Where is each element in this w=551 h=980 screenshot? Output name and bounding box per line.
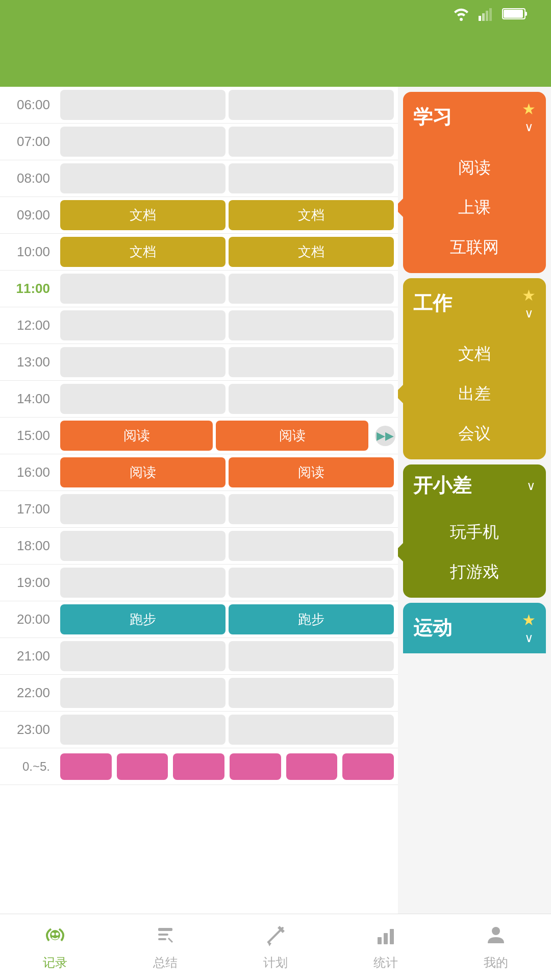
time-slot-col2[interactable] [229, 384, 394, 414]
time-slot-col1[interactable] [60, 127, 226, 157]
time-row: 10:00文档文档 [0, 234, 398, 271]
category-item[interactable]: 打游戏 [407, 553, 542, 592]
nav-item-summary[interactable]: 总结 [110, 924, 220, 971]
svg-rect-12 [158, 938, 166, 940]
time-slot-col2[interactable] [229, 127, 394, 157]
category-item[interactable]: 阅读 [407, 149, 542, 187]
nav-item-mine[interactable]: 我的 [441, 924, 551, 971]
time-slot-col2[interactable]: 文档 [229, 200, 394, 230]
time-slot-col2[interactable]: 阅读 [216, 421, 368, 451]
dots-row: 0.~5. [0, 748, 398, 785]
time-slot-col1[interactable] [60, 310, 226, 340]
time-slot-col1[interactable] [60, 715, 226, 745]
time-row: 06:00 [0, 87, 398, 124]
star-icon: ★ [522, 611, 536, 629]
category-item[interactable]: 上课 [407, 188, 542, 227]
time-label: 20:00 [0, 601, 56, 638]
time-slot-col2[interactable] [229, 678, 394, 708]
category-body-slack: 玩手机打游戏 [403, 507, 546, 598]
time-row: 20:00跑步跑步 [0, 601, 398, 638]
time-slot-col1[interactable] [60, 274, 226, 304]
svg-rect-10 [158, 928, 172, 931]
category-item[interactable]: 会议 [407, 414, 542, 453]
nav-item-stats[interactable]: 统计 [331, 924, 441, 971]
time-slot-col2[interactable] [229, 90, 394, 120]
time-slot-col1[interactable]: 文档 [60, 237, 226, 267]
time-label: 18:00 [0, 528, 56, 564]
time-slot-col1[interactable]: 跑步 [60, 604, 226, 634]
nav-icon-mine [485, 924, 507, 951]
status-bar [0, 0, 551, 31]
time-slot-col2[interactable] [229, 641, 394, 671]
category-item[interactable]: 互联网 [407, 228, 542, 267]
category-item[interactable]: 玩手机 [407, 513, 542, 552]
time-slots [56, 381, 398, 417]
time-slot-col2[interactable]: 文档 [229, 237, 394, 267]
category-icons: ∨ [527, 479, 536, 493]
svg-rect-2 [486, 11, 488, 21]
dot-block[interactable] [60, 753, 112, 780]
nav-icon-plan [264, 924, 287, 951]
category-item[interactable]: 文档 [407, 335, 542, 374]
nav-item-record[interactable]: 记录 [0, 924, 110, 971]
time-slot-col2[interactable]: 阅读 [229, 457, 394, 487]
time-row: 11:00 [0, 271, 398, 307]
time-slot-col1[interactable] [60, 90, 226, 120]
nav-label-stats: 统计 [373, 954, 398, 971]
time-slots [56, 124, 398, 160]
category-header-sport[interactable]: 运动★∨ [403, 603, 546, 653]
svg-point-8 [52, 933, 55, 936]
time-slot-col1[interactable]: 文档 [60, 200, 226, 230]
category-title: 学习 [413, 104, 452, 130]
time-slot-col1[interactable] [60, 347, 226, 377]
time-slot-col2[interactable] [229, 310, 394, 340]
time-slot-col1[interactable] [60, 641, 226, 671]
time-slot-col2[interactable] [229, 347, 394, 377]
time-slot-col1[interactable]: 阅读 [60, 457, 226, 487]
time-slot-col1[interactable] [60, 678, 226, 708]
time-slot-col2[interactable] [229, 568, 394, 598]
time-slot-col1[interactable] [60, 384, 226, 414]
time-slot-col2[interactable] [229, 274, 394, 304]
dot-block[interactable] [342, 753, 394, 780]
chevron-down-icon: ∨ [524, 306, 534, 321]
category-body-study: 阅读上课互联网 [403, 142, 546, 273]
category-card-sport: 运动★∨ [403, 603, 546, 653]
time-slot-col1[interactable] [60, 494, 226, 524]
dot-block[interactable] [230, 753, 281, 780]
star-icon: ★ [522, 100, 536, 118]
category-item[interactable]: 出差 [407, 375, 542, 413]
time-label: 11:00 [0, 271, 56, 307]
time-slot-col2[interactable] [229, 531, 394, 561]
right-panel: 学习★∨阅读上课互联网工作★∨文档出差会议开小差∨玩手机打游戏运动★∨ [398, 87, 551, 914]
chevron-down-icon: ∨ [524, 120, 534, 134]
time-slots [56, 307, 398, 344]
category-header-study[interactable]: 学习★∨ [403, 92, 546, 142]
category-header-slack[interactable]: 开小差∨ [403, 464, 546, 507]
time-label: 08:00 [0, 160, 56, 197]
time-slots [56, 528, 398, 564]
time-slot-col1[interactable]: 阅读 [60, 421, 213, 451]
time-slot-col2[interactable] [229, 163, 394, 193]
time-slot-col2[interactable] [229, 494, 394, 524]
time-row: 17:00 [0, 491, 398, 528]
category-header-work[interactable]: 工作★∨ [403, 278, 546, 329]
svg-rect-3 [489, 8, 492, 21]
nav-item-plan[interactable]: 计划 [220, 924, 331, 971]
time-slots [56, 344, 398, 380]
dot-block[interactable] [286, 753, 338, 780]
time-slot-col2[interactable]: 跑步 [229, 604, 394, 634]
dot-block[interactable] [117, 753, 168, 780]
expand-button[interactable]: ▶▶ [372, 418, 398, 454]
dot-block[interactable] [173, 753, 224, 780]
time-slot-col2[interactable] [229, 715, 394, 745]
time-row: 19:00 [0, 565, 398, 601]
time-slot-col1[interactable] [60, 568, 226, 598]
time-slot-col1[interactable] [60, 163, 226, 193]
time-row: 09:00文档文档 [0, 197, 398, 234]
dots-label: 0.~5. [0, 760, 56, 774]
time-slots: 文档文档 [56, 197, 398, 233]
category-icons: ★∨ [522, 611, 536, 645]
time-slot-col1[interactable] [60, 531, 226, 561]
bottom-nav: 记录总结计划统计我的 [0, 914, 551, 980]
